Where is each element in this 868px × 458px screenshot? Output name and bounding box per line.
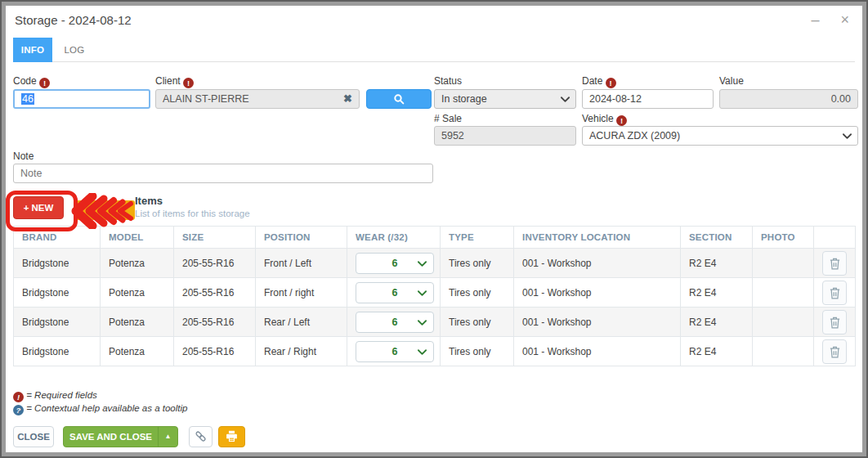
brand-cell: Bridgstone [14, 249, 101, 278]
chevron-down-icon [418, 349, 427, 356]
photo-cell [753, 278, 814, 308]
col-type: TYPE [441, 227, 514, 249]
required-icon: ! [606, 78, 616, 88]
delete-item-button[interactable] [822, 339, 847, 364]
wear-select[interactable]: 6 [356, 341, 434, 362]
status-label: Status [434, 75, 462, 87]
size-cell: 205-55-R16 [174, 249, 256, 278]
status-select[interactable]: In storage [434, 89, 576, 109]
value-field[interactable]: 0.00 [719, 89, 858, 109]
location-cell: 001 - Workshop [514, 249, 681, 278]
col-size: SIZE [174, 227, 256, 249]
col-position: POSITION [256, 227, 347, 249]
trash-icon [829, 345, 841, 359]
tab-bar: INFO LOG [13, 38, 855, 62]
chevron-down-icon [418, 290, 427, 297]
save-and-close-label[interactable]: SAVE AND CLOSE [64, 427, 158, 447]
close-button[interactable]: CLOSE [13, 426, 54, 447]
section-cell: R2 E4 [681, 308, 753, 337]
link-icon [194, 429, 208, 443]
section-cell: R2 E4 [681, 278, 753, 308]
save-and-close-button[interactable]: SAVE AND CLOSE ▲ [63, 426, 178, 447]
brand-cell: Bridgstone [14, 308, 101, 337]
brand-cell: Bridgstone [14, 278, 101, 308]
photo-cell [753, 308, 814, 337]
close-icon[interactable]: × [840, 12, 849, 27]
table-row: Bridgstone Potenza 205-55-R16 Rear / Rig… [14, 337, 856, 366]
required-icon: ! [13, 392, 24, 402]
note-label: Note [13, 150, 34, 162]
delete-item-button[interactable] [822, 281, 847, 305]
modal-frame: Storage - 2024-08-12 – × INFO LOG Code !… [0, 0, 868, 458]
chevron-up-icon: ▲ [165, 433, 172, 440]
minimize-icon[interactable]: – [811, 12, 819, 27]
type-cell: Tires only [441, 249, 514, 278]
position-cell: Front / right [256, 278, 347, 308]
search-icon [392, 92, 405, 106]
annotation-arrows-icon [69, 193, 136, 229]
sale-field[interactable]: 5952 [434, 126, 576, 146]
location-cell: 001 - Workshop [514, 337, 681, 366]
size-cell: 205-55-R16 [174, 308, 256, 337]
delete-item-button[interactable] [822, 251, 847, 276]
help-icon: ? [13, 405, 24, 415]
chevron-down-icon [843, 133, 852, 140]
col-wear: WEAR (/32) [347, 227, 441, 249]
save-dropdown-toggle[interactable]: ▲ [158, 427, 177, 447]
client-field-wrap: ALAIN ST-PIERRE ✖ [155, 89, 360, 109]
model-cell: Potenza [101, 249, 174, 278]
tab-info[interactable]: INFO [13, 38, 52, 62]
trash-icon [829, 286, 841, 300]
items-table: BRAND MODEL SIZE POSITION WEAR (/32) TYP… [13, 226, 856, 366]
col-section: SECTION [681, 227, 753, 249]
code-field[interactable]: 46 [13, 89, 150, 109]
client-label: Client ! [155, 75, 194, 87]
type-cell: Tires only [441, 308, 514, 337]
code-label: Code ! [13, 75, 50, 87]
vehicle-label: Vehicle ! [582, 113, 627, 124]
model-cell: Potenza [101, 337, 174, 366]
table-row: Bridgstone Potenza 205-55-R16 Front / ri… [14, 278, 856, 308]
print-button[interactable] [218, 426, 245, 447]
items-section-subtitle: List of items for this storage [135, 209, 250, 218]
printer-icon [225, 429, 239, 443]
trash-icon [829, 316, 841, 330]
date-label: Date ! [582, 75, 616, 87]
clear-client-icon[interactable]: ✖ [343, 92, 352, 105]
section-cell: R2 E4 [681, 249, 753, 278]
copy-link-button[interactable] [189, 426, 213, 447]
col-actions [814, 227, 856, 249]
type-cell: Tires only [441, 278, 514, 308]
delete-item-button[interactable] [822, 310, 847, 335]
annotation-highlight-box [6, 191, 78, 231]
wear-select[interactable]: 6 [356, 253, 434, 274]
position-cell: Rear / Left [256, 308, 347, 337]
position-cell: Rear / Right [256, 337, 347, 366]
required-icon: ! [616, 115, 627, 126]
type-cell: Tires only [441, 337, 514, 366]
help-legend: ? = Contextual help available as a toolt… [13, 403, 187, 415]
tab-log[interactable]: LOG [56, 38, 93, 62]
wear-select[interactable]: 6 [356, 282, 434, 303]
size-cell: 205-55-R16 [174, 278, 256, 308]
chevron-down-icon [561, 97, 570, 103]
date-field[interactable]: 2024-08-12 [582, 89, 714, 109]
items-section-title: Items [135, 195, 163, 207]
size-cell: 205-55-R16 [174, 337, 256, 366]
value-label: Value [719, 75, 744, 87]
chevron-down-icon [418, 320, 427, 326]
required-legend: ! = Required fields [13, 390, 97, 402]
col-photo: PHOTO [753, 227, 814, 249]
trash-icon [829, 257, 841, 271]
col-inventory-location: INVENTORY LOCATION [514, 227, 681, 249]
client-field[interactable]: ALAIN ST-PIERRE [155, 89, 360, 109]
vehicle-select[interactable]: ACURA ZDX (2009) [582, 126, 858, 146]
storage-dialog: Storage - 2024-08-12 – × INFO LOG Code !… [6, 6, 862, 452]
note-input[interactable] [13, 164, 433, 183]
wear-select[interactable]: 6 [356, 312, 434, 333]
client-search-button[interactable] [366, 89, 432, 109]
model-cell: Potenza [101, 278, 174, 308]
section-cell: R2 E4 [681, 337, 753, 366]
table-row: Bridgstone Potenza 205-55-R16 Rear / Lef… [14, 308, 856, 337]
required-icon: ! [39, 78, 50, 88]
